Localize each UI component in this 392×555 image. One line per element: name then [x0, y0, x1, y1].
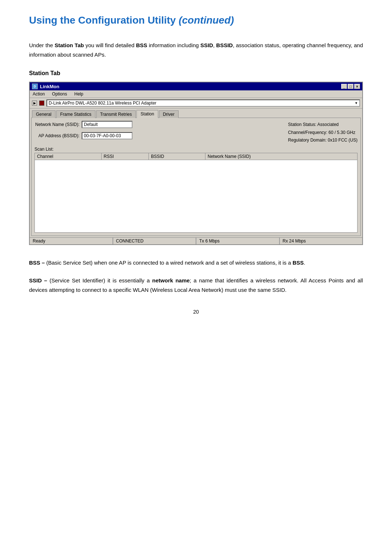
ap-address-value: 00-03-7F-A0-00-03	[82, 132, 132, 139]
tab-station[interactable]: Station	[136, 110, 158, 118]
dropdown-arrow-icon: ▼	[355, 101, 358, 105]
status-rx: Rx 24 Mbps	[280, 238, 363, 244]
regulatory-value: 0x10 FCC (US)	[328, 138, 358, 143]
minimize-button[interactable]: _	[341, 84, 347, 89]
station-info-grid: Network Name (SSID): Default AP Address …	[34, 121, 358, 144]
station-status-row: Station Status: Associated	[288, 121, 358, 129]
play-button[interactable]: ▶	[32, 101, 37, 106]
network-name-label: Network Name (SSID):	[34, 122, 82, 127]
adapter-dropdown[interactable]: D-Link AirPro DWL-A520 802.11a Wireless …	[46, 99, 360, 107]
status-ready: Ready	[30, 238, 113, 244]
station-left-fields: Network Name (SSID): Default AP Address …	[34, 121, 132, 144]
page-number: 20	[29, 309, 363, 315]
menu-options[interactable]: Options	[50, 91, 68, 97]
tab-content-station: Network Name (SSID): Default AP Address …	[31, 118, 361, 236]
station-right-info: Station Status: Associated Channel/Frequ…	[288, 121, 358, 144]
col-rssi: RSSI	[101, 153, 148, 160]
tab-transmit-retries[interactable]: Transmit Retries	[96, 110, 136, 118]
menu-help[interactable]: Help	[73, 91, 85, 97]
window-controls[interactable]: _ □ ×	[341, 84, 360, 89]
ssid-section: SSID – (Service Set Identifier) it is es…	[29, 276, 363, 294]
col-channel: Channel	[35, 153, 102, 160]
scan-table-body	[35, 160, 358, 232]
col-network-name: Network Name (SSID)	[205, 153, 358, 160]
menu-bar: Action Options Help	[30, 90, 362, 98]
network-name-row: Network Name (SSID): Default	[34, 121, 132, 128]
close-button[interactable]: ×	[354, 84, 360, 89]
channel-freq-value: 60 / 5.30 GHz	[328, 130, 355, 135]
maximize-button[interactable]: □	[348, 84, 354, 89]
status-tx: Tx 6 Mbps	[196, 238, 280, 244]
window-titlebar: D LinkMon _ □ ×	[30, 82, 362, 90]
empty-scan-area	[35, 160, 358, 232]
ap-address-row: AP Address (BSSID): 00-03-7F-A0-00-03	[34, 132, 132, 139]
status-bar: Ready CONNECTED Tx 6 Mbps Rx 24 Mbps	[30, 237, 362, 244]
bss-section: BSS – (Basic Service Set) when one AP is…	[29, 258, 363, 268]
ap-address-label: AP Address (BSSID):	[34, 133, 82, 138]
station-status-label: Station Status:	[288, 122, 317, 127]
menu-action[interactable]: Action	[31, 91, 46, 97]
regulatory-row: Regulatory Domain: 0x10 FCC (US)	[288, 136, 358, 144]
title-continued: (continued)	[179, 15, 234, 26]
intro-paragraph: Under the Station Tab you will find deta…	[29, 41, 363, 59]
app-icon: D	[32, 83, 38, 89]
tab-driver[interactable]: Driver	[159, 110, 179, 118]
stop-button[interactable]	[39, 101, 44, 106]
network-name-value: Default	[82, 121, 132, 128]
page-title: Using the Configuration Utility (continu…	[29, 15, 363, 26]
linkmon-window: D LinkMon _ □ × Action Options Help ▶ D-…	[29, 82, 363, 245]
tabs-row: General Frame Statistics Transmit Retrie…	[30, 109, 362, 118]
tab-frame-statistics[interactable]: Frame Statistics	[56, 110, 95, 118]
titlebar-left: D LinkMon	[32, 83, 59, 89]
status-connected: CONNECTED	[113, 238, 197, 244]
regulatory-label: Regulatory Domain:	[288, 138, 327, 143]
scan-list-label: Scan List:	[34, 147, 358, 152]
station-status-value: Associated	[317, 122, 339, 127]
channel-freq-row: Channel/Frequency: 60 / 5.30 GHz	[288, 129, 358, 137]
scan-table: Channel RSSI BSSID Network Name (SSID)	[34, 153, 358, 233]
station-tab-heading: Station Tab	[29, 70, 363, 77]
adapter-name: D-Link AirPro DWL-A520 802.11a Wireless …	[49, 101, 156, 106]
window-title: LinkMon	[40, 84, 59, 89]
channel-freq-label: Channel/Frequency:	[288, 130, 327, 135]
title-main: Using the Configuration Utility	[29, 15, 176, 26]
tab-general[interactable]: General	[32, 110, 56, 118]
col-bssid: BSSID	[149, 153, 205, 160]
toolbar: ▶ D-Link AirPro DWL-A520 802.11a Wireles…	[30, 98, 362, 109]
